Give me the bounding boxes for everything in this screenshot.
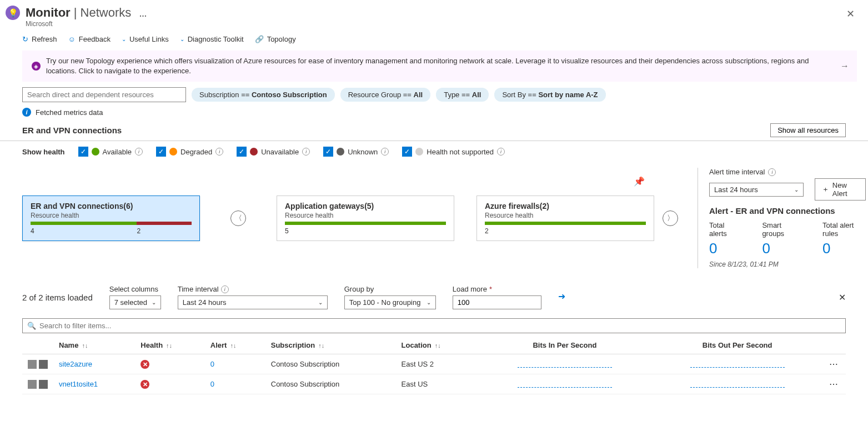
prev-cards-button[interactable]: 〈 <box>230 210 246 226</box>
available-checkbox[interactable]: ✓ <box>78 147 88 157</box>
load-more-label: Load more * <box>453 285 541 293</box>
next-cards-button[interactable]: 〉 <box>663 210 678 226</box>
alert-count-link[interactable]: 0 <box>210 380 214 388</box>
alert-count-link[interactable]: 0 <box>210 360 214 368</box>
select-columns-label: Select columns <box>109 285 161 293</box>
section-title: ER and VPN connections <box>22 126 122 135</box>
unavailable-label: Unavailable <box>261 148 299 156</box>
info-icon[interactable]: i <box>768 168 776 176</box>
refresh-button[interactable]: ↻ Refresh <box>22 35 57 43</box>
card-title: Azure firewalls(2) <box>485 202 646 210</box>
card-title: Application gateways(5) <box>285 202 446 210</box>
total-alerts-value[interactable]: 0 <box>709 240 740 257</box>
subscription-cell: Contoso Subscription <box>265 354 396 374</box>
col-location[interactable]: Location↑↓ <box>396 337 479 354</box>
degraded-checkbox[interactable]: ✓ <box>156 147 166 157</box>
sortby-filter[interactable]: Sort By == Sort by name A-Z <box>494 88 605 102</box>
diagnostic-toolkit-button[interactable]: ⌄ Diagnostic Toolkit <box>180 35 244 43</box>
feedback-button[interactable]: ☺ Feedback <box>68 35 111 43</box>
more-icon[interactable]: … <box>139 9 147 18</box>
smart-groups-value[interactable]: 0 <box>762 240 800 257</box>
command-toolbar: ↻ Refresh ☺ Feedback ⌄ Useful Links ⌄ Di… <box>0 31 868 48</box>
info-icon[interactable]: i <box>221 285 229 293</box>
health-filter-row: Show health ✓ Available i ✓ Degraded i ✓… <box>0 141 868 162</box>
total-rules-label: Total alert rules <box>822 221 866 238</box>
cards-area: 📌 ER and VPN connections(6) Resource hea… <box>0 162 868 279</box>
col-subscription[interactable]: Subscription↑↓ <box>265 337 396 354</box>
arrow-right-icon[interactable]: → <box>840 61 849 71</box>
card-title: ER and VPN connections(6) <box>31 202 192 210</box>
resource-name-link[interactable]: site2azure <box>59 360 92 368</box>
info-icon: i <box>22 108 31 117</box>
pin-icon[interactable]: 📌 <box>634 176 645 187</box>
table-row[interactable]: site2azure ✕ 0 Contoso Subscription East… <box>22 354 846 374</box>
compass-icon: ◈ <box>32 62 41 71</box>
info-icon[interactable]: i <box>302 148 310 156</box>
close-icon[interactable]: ✕ <box>844 6 857 22</box>
resource-card[interactable]: Application gateways(5) Resource health … <box>277 196 454 241</box>
health-unavailable-icon: ✕ <box>141 360 149 369</box>
select-columns-dropdown[interactable]: 7 selected⌄ <box>109 295 161 309</box>
col-health[interactable]: Health↑↓ <box>135 337 204 354</box>
useful-links-button[interactable]: ⌄ Useful Links <box>122 35 169 43</box>
not-supported-checkbox[interactable]: ✓ <box>402 147 412 157</box>
table-filter-input[interactable] <box>39 322 841 330</box>
resource-card[interactable]: Azure firewalls(2) Resource health 2 <box>476 196 654 241</box>
unknown-checkbox[interactable]: ✓ <box>323 147 333 157</box>
banner-text: Try our new Topology experience which of… <box>46 56 835 76</box>
card-health-bar <box>285 222 446 225</box>
resource-group-filter[interactable]: Resource Group == All <box>340 88 430 102</box>
location-cell: East US 2 <box>396 354 479 374</box>
smart-groups-label: Smart groups <box>762 221 800 238</box>
table-row[interactable]: vnet1tosite1 ✕ 0 Contoso Subscription Ea… <box>22 374 846 394</box>
col-alert[interactable]: Alert↑↓ <box>205 337 265 354</box>
load-more-input[interactable] <box>453 295 541 309</box>
time-interval-dropdown[interactable]: Last 24 hours⌄ <box>178 295 328 309</box>
table-controls: 2 of 2 items loaded Select columns 7 sel… <box>0 279 868 315</box>
col-name[interactable]: Name↑↓ <box>53 337 135 354</box>
topology-button[interactable]: 🔗 Topology <box>255 35 296 43</box>
row-more-button[interactable]: ⋯ <box>829 379 839 389</box>
subscription-filter[interactable]: Subscription == Contoso Subscription <box>192 88 335 102</box>
sort-icon[interactable]: ↑↓ <box>318 342 324 349</box>
resource-card[interactable]: ER and VPN connections(6) Resource healt… <box>22 196 200 241</box>
resource-search-input[interactable] <box>22 87 186 102</box>
bits-in-sparkline <box>518 379 612 388</box>
sort-icon[interactable]: ↑↓ <box>230 342 236 349</box>
type-filter[interactable]: Type == All <box>436 88 489 102</box>
info-icon[interactable]: i <box>135 148 143 156</box>
sort-icon[interactable]: ↑↓ <box>166 342 172 349</box>
available-dot-icon <box>92 148 99 156</box>
search-icon: 🔍 <box>27 322 36 330</box>
resources-table: Name↑↓ Health↑↓ Alert↑↓ Subscription↑↓ L… <box>22 337 846 394</box>
alert-interval-select[interactable]: Last 24 hours⌄ <box>709 183 804 197</box>
sort-icon[interactable]: ↑↓ <box>82 342 88 349</box>
col-bits-out[interactable]: Bits Out Per Second <box>651 337 824 354</box>
not-supported-dot-icon <box>415 148 423 156</box>
time-interval-label: Time interval i <box>178 285 328 293</box>
group-by-dropdown[interactable]: Top 100 - No grouping⌄ <box>344 295 436 309</box>
filter-row: Subscription == Contoso Subscription Res… <box>0 87 868 108</box>
card-subtitle: Resource health <box>485 212 646 219</box>
resource-name-link[interactable]: vnet1tosite1 <box>59 380 98 388</box>
new-alert-button[interactable]: ＋ New Alert <box>815 178 866 201</box>
total-rules-value[interactable]: 0 <box>822 240 866 257</box>
load-more-go-button[interactable]: ➜ <box>558 291 565 302</box>
info-icon[interactable]: i <box>381 148 389 156</box>
row-more-button[interactable]: ⋯ <box>829 359 839 369</box>
info-icon[interactable]: i <box>215 148 223 156</box>
table-filter-search[interactable]: 🔍 <box>22 318 846 333</box>
unavailable-checkbox[interactable]: ✓ <box>237 147 247 157</box>
bits-out-sparkline <box>690 359 785 368</box>
sort-icon[interactable]: ↑↓ <box>435 342 441 349</box>
close-table-icon[interactable]: ✕ <box>839 292 846 303</box>
info-icon[interactable]: i <box>497 148 505 156</box>
info-text: Fetched metrics data <box>36 108 103 117</box>
show-all-resources-button[interactable]: Show all resources <box>770 123 846 137</box>
col-bits-in[interactable]: Bits In Per Second <box>479 337 651 354</box>
topology-banner[interactable]: ◈ Try our new Topology experience which … <box>22 51 857 82</box>
show-health-label: Show health <box>22 148 65 156</box>
chevron-down-icon: ⌄ <box>152 299 156 305</box>
unknown-dot-icon <box>337 148 344 156</box>
chevron-down-icon: ⌄ <box>794 187 799 193</box>
